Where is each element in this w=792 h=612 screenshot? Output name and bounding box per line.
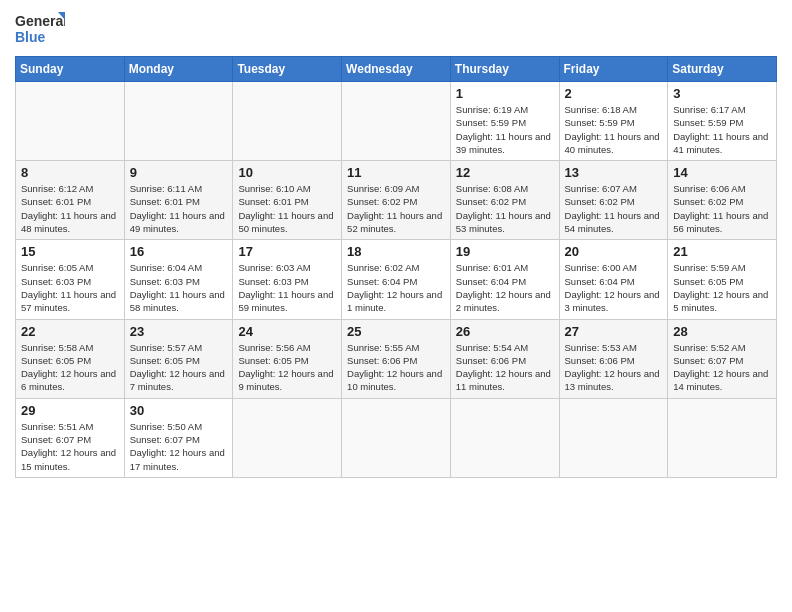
day-number: 22 (21, 324, 119, 339)
day-cell-1: 1Sunrise: 6:19 AMSunset: 5:59 PMDaylight… (450, 82, 559, 161)
day-number: 2 (565, 86, 663, 101)
day-cell-11: 11Sunrise: 6:09 AMSunset: 6:02 PMDayligh… (342, 161, 451, 240)
day-info: Sunrise: 6:09 AMSunset: 6:02 PMDaylight:… (347, 182, 445, 235)
day-info: Sunrise: 6:01 AMSunset: 6:04 PMDaylight:… (456, 261, 554, 314)
empty-cell (16, 82, 125, 161)
day-cell-22: 22Sunrise: 5:58 AMSunset: 6:05 PMDayligh… (16, 319, 125, 398)
day-info: Sunrise: 6:00 AMSunset: 6:04 PMDaylight:… (565, 261, 663, 314)
day-cell-8: 8Sunrise: 6:12 AMSunset: 6:01 PMDaylight… (16, 161, 125, 240)
logo-svg: General Blue (15, 10, 65, 48)
day-number: 17 (238, 244, 336, 259)
svg-text:General: General (15, 13, 65, 29)
empty-cell (124, 82, 233, 161)
day-info: Sunrise: 6:06 AMSunset: 6:02 PMDaylight:… (673, 182, 771, 235)
day-number: 8 (21, 165, 119, 180)
day-number: 24 (238, 324, 336, 339)
empty-cell (450, 398, 559, 477)
day-number: 1 (456, 86, 554, 101)
day-info: Sunrise: 6:12 AMSunset: 6:01 PMDaylight:… (21, 182, 119, 235)
calendar-week-1: 1Sunrise: 6:19 AMSunset: 5:59 PMDaylight… (16, 82, 777, 161)
day-cell-16: 16Sunrise: 6:04 AMSunset: 6:03 PMDayligh… (124, 240, 233, 319)
day-cell-27: 27Sunrise: 5:53 AMSunset: 6:06 PMDayligh… (559, 319, 668, 398)
day-cell-2: 2Sunrise: 6:18 AMSunset: 5:59 PMDaylight… (559, 82, 668, 161)
day-number: 25 (347, 324, 445, 339)
day-info: Sunrise: 6:18 AMSunset: 5:59 PMDaylight:… (565, 103, 663, 156)
day-number: 3 (673, 86, 771, 101)
empty-cell (233, 82, 342, 161)
day-cell-18: 18Sunrise: 6:02 AMSunset: 6:04 PMDayligh… (342, 240, 451, 319)
day-info: Sunrise: 6:08 AMSunset: 6:02 PMDaylight:… (456, 182, 554, 235)
day-cell-21: 21Sunrise: 5:59 AMSunset: 6:05 PMDayligh… (668, 240, 777, 319)
day-cell-12: 12Sunrise: 6:08 AMSunset: 6:02 PMDayligh… (450, 161, 559, 240)
day-info: Sunrise: 6:10 AMSunset: 6:01 PMDaylight:… (238, 182, 336, 235)
day-number: 15 (21, 244, 119, 259)
weekday-header-monday: Monday (124, 57, 233, 82)
day-number: 27 (565, 324, 663, 339)
day-info: Sunrise: 6:03 AMSunset: 6:03 PMDaylight:… (238, 261, 336, 314)
day-info: Sunrise: 5:51 AMSunset: 6:07 PMDaylight:… (21, 420, 119, 473)
header: General Blue (15, 10, 777, 48)
day-info: Sunrise: 5:55 AMSunset: 6:06 PMDaylight:… (347, 341, 445, 394)
day-cell-14: 14Sunrise: 6:06 AMSunset: 6:02 PMDayligh… (668, 161, 777, 240)
day-number: 20 (565, 244, 663, 259)
day-cell-29: 29Sunrise: 5:51 AMSunset: 6:07 PMDayligh… (16, 398, 125, 477)
day-number: 30 (130, 403, 228, 418)
day-info: Sunrise: 6:11 AMSunset: 6:01 PMDaylight:… (130, 182, 228, 235)
day-number: 23 (130, 324, 228, 339)
weekday-header-thursday: Thursday (450, 57, 559, 82)
day-info: Sunrise: 5:58 AMSunset: 6:05 PMDaylight:… (21, 341, 119, 394)
empty-cell (342, 82, 451, 161)
day-cell-9: 9Sunrise: 6:11 AMSunset: 6:01 PMDaylight… (124, 161, 233, 240)
weekday-header-wednesday: Wednesday (342, 57, 451, 82)
day-info: Sunrise: 6:04 AMSunset: 6:03 PMDaylight:… (130, 261, 228, 314)
day-info: Sunrise: 6:17 AMSunset: 5:59 PMDaylight:… (673, 103, 771, 156)
day-cell-25: 25Sunrise: 5:55 AMSunset: 6:06 PMDayligh… (342, 319, 451, 398)
day-info: Sunrise: 5:56 AMSunset: 6:05 PMDaylight:… (238, 341, 336, 394)
day-cell-13: 13Sunrise: 6:07 AMSunset: 6:02 PMDayligh… (559, 161, 668, 240)
day-cell-10: 10Sunrise: 6:10 AMSunset: 6:01 PMDayligh… (233, 161, 342, 240)
day-number: 16 (130, 244, 228, 259)
calendar-week-5: 29Sunrise: 5:51 AMSunset: 6:07 PMDayligh… (16, 398, 777, 477)
day-number: 26 (456, 324, 554, 339)
day-info: Sunrise: 5:54 AMSunset: 6:06 PMDaylight:… (456, 341, 554, 394)
logo: General Blue (15, 10, 65, 48)
weekday-header-friday: Friday (559, 57, 668, 82)
day-number: 10 (238, 165, 336, 180)
day-number: 29 (21, 403, 119, 418)
day-number: 13 (565, 165, 663, 180)
day-info: Sunrise: 6:07 AMSunset: 6:02 PMDaylight:… (565, 182, 663, 235)
day-number: 18 (347, 244, 445, 259)
day-number: 11 (347, 165, 445, 180)
calendar-header-row: SundayMondayTuesdayWednesdayThursdayFrid… (16, 57, 777, 82)
day-cell-24: 24Sunrise: 5:56 AMSunset: 6:05 PMDayligh… (233, 319, 342, 398)
weekday-header-saturday: Saturday (668, 57, 777, 82)
day-number: 19 (456, 244, 554, 259)
day-info: Sunrise: 5:53 AMSunset: 6:06 PMDaylight:… (565, 341, 663, 394)
day-cell-15: 15Sunrise: 6:05 AMSunset: 6:03 PMDayligh… (16, 240, 125, 319)
calendar-table: SundayMondayTuesdayWednesdayThursdayFrid… (15, 56, 777, 478)
day-cell-26: 26Sunrise: 5:54 AMSunset: 6:06 PMDayligh… (450, 319, 559, 398)
calendar-week-2: 8Sunrise: 6:12 AMSunset: 6:01 PMDaylight… (16, 161, 777, 240)
svg-text:Blue: Blue (15, 29, 46, 45)
day-number: 28 (673, 324, 771, 339)
day-cell-20: 20Sunrise: 6:00 AMSunset: 6:04 PMDayligh… (559, 240, 668, 319)
day-cell-19: 19Sunrise: 6:01 AMSunset: 6:04 PMDayligh… (450, 240, 559, 319)
empty-cell (233, 398, 342, 477)
weekday-header-tuesday: Tuesday (233, 57, 342, 82)
day-cell-17: 17Sunrise: 6:03 AMSunset: 6:03 PMDayligh… (233, 240, 342, 319)
day-number: 12 (456, 165, 554, 180)
day-info: Sunrise: 5:52 AMSunset: 6:07 PMDaylight:… (673, 341, 771, 394)
day-cell-28: 28Sunrise: 5:52 AMSunset: 6:07 PMDayligh… (668, 319, 777, 398)
empty-cell (559, 398, 668, 477)
day-info: Sunrise: 5:59 AMSunset: 6:05 PMDaylight:… (673, 261, 771, 314)
calendar-week-4: 22Sunrise: 5:58 AMSunset: 6:05 PMDayligh… (16, 319, 777, 398)
day-info: Sunrise: 5:57 AMSunset: 6:05 PMDaylight:… (130, 341, 228, 394)
day-number: 21 (673, 244, 771, 259)
day-info: Sunrise: 6:05 AMSunset: 6:03 PMDaylight:… (21, 261, 119, 314)
day-number: 14 (673, 165, 771, 180)
calendar-week-3: 15Sunrise: 6:05 AMSunset: 6:03 PMDayligh… (16, 240, 777, 319)
day-info: Sunrise: 6:19 AMSunset: 5:59 PMDaylight:… (456, 103, 554, 156)
empty-cell (342, 398, 451, 477)
empty-cell (668, 398, 777, 477)
day-info: Sunrise: 6:02 AMSunset: 6:04 PMDaylight:… (347, 261, 445, 314)
